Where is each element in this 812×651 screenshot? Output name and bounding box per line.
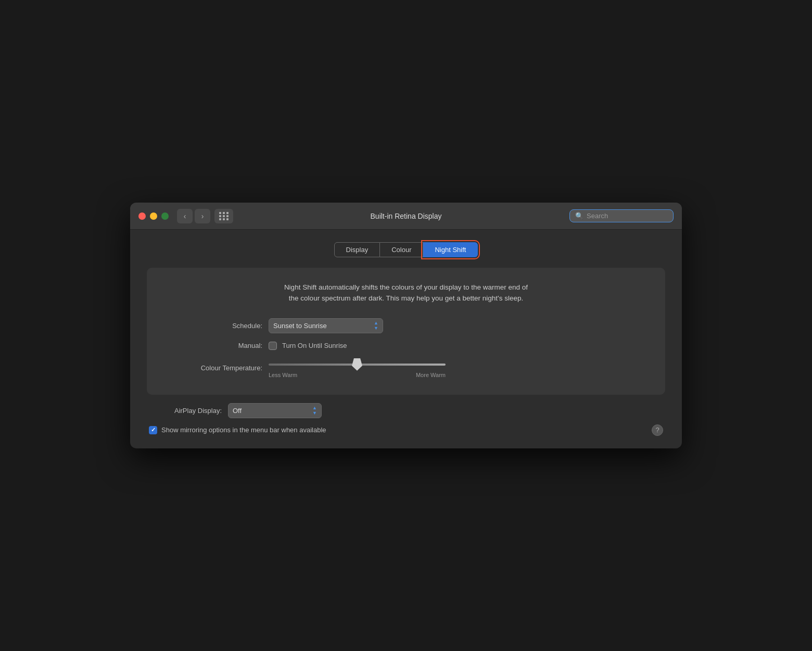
titlebar: ‹ › Built-in Retina Display 🔍 [130,203,682,230]
mirror-checkbox[interactable]: ✓ [149,426,157,434]
grid-icon [219,212,229,220]
mirror-label: Show mirroring options in the menu bar w… [161,426,326,434]
mirror-left: ✓ Show mirroring options in the menu bar… [149,426,326,434]
slider-section: Less Warm More Warm [269,358,649,378]
search-box[interactable]: 🔍 [569,209,674,222]
main-window: ‹ › Built-in Retina Display 🔍 Display Co… [130,203,682,448]
less-warm-label: Less Warm [269,372,297,378]
temperature-row: Colour Temperature: Less Warm More Warm [163,358,649,378]
night-shift-panel: Night Shift automatically shifts the col… [147,268,665,395]
temperature-slider[interactable] [269,364,446,366]
back-button[interactable]: ‹ [177,209,193,223]
content-area: Display Colour Night Shift Night Shift a… [130,230,682,448]
manual-label: Manual: [163,342,262,349]
schedule-row: Schedule: Sunset to Sunrise ▲ ▼ [163,318,649,333]
minimize-button[interactable] [150,212,157,220]
search-icon: 🔍 [575,212,583,220]
chevron-down-icon: ▼ [374,326,378,331]
temp-slider-wrapper [269,358,446,368]
airplay-value: Off [233,407,242,415]
mirror-row: ✓ Show mirroring options in the menu bar… [147,424,665,436]
turn-on-label: Turn On Until Sunrise [282,342,347,349]
checkmark-icon: ✓ [151,427,156,433]
manual-row: Manual: Turn On Until Sunrise [163,342,649,350]
nav-buttons: ‹ › [177,209,233,223]
temp-label: Colour Temperature: [163,364,262,372]
chevron-up-icon: ▲ [374,321,378,326]
schedule-value: Sunset to Sunrise [273,322,327,330]
forward-button[interactable]: › [195,209,210,223]
schedule-dropdown[interactable]: Sunset to Sunrise ▲ ▼ [269,318,383,333]
tab-night-shift[interactable]: Night Shift [423,242,478,257]
window-title: Built-in Retina Display [371,212,442,220]
tab-colour[interactable]: Colour [380,242,423,257]
traffic-lights [138,212,169,220]
airplay-label: AirPlay Display: [149,407,222,415]
manual-toggle-area: Turn On Until Sunrise [269,342,347,350]
airplay-dropdown[interactable]: Off ▲ ▼ [228,403,322,418]
slider-labels: Less Warm More Warm [269,372,446,378]
close-button[interactable] [138,212,146,220]
chevron-up-icon: ▲ [312,406,317,410]
night-shift-description: Night Shift automatically shifts the col… [163,282,649,304]
airplay-row: AirPlay Display: Off ▲ ▼ [147,403,665,418]
tab-bar: Display Colour Night Shift [147,242,665,257]
airplay-stepper-icon: ▲ ▼ [312,406,317,416]
tab-display[interactable]: Display [334,242,380,257]
search-input[interactable] [587,212,668,220]
grid-button[interactable] [214,209,233,223]
help-button[interactable]: ? [652,424,663,436]
more-warm-label: More Warm [416,372,446,378]
maximize-button[interactable] [161,212,169,220]
chevron-down-icon: ▼ [312,411,317,416]
stepper-icon: ▲ ▼ [374,321,378,331]
manual-checkbox[interactable] [269,342,277,350]
settings-rows: Schedule: Sunset to Sunrise ▲ ▼ Manual: [163,318,649,378]
schedule-label: Schedule: [163,322,262,330]
